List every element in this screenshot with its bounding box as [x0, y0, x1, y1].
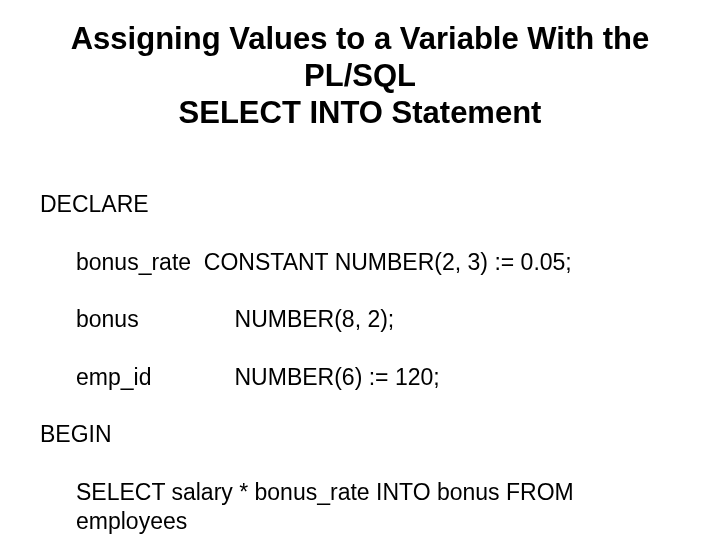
- code-line: bonus_rate CONSTANT NUMBER(2, 3) := 0.05…: [40, 248, 680, 277]
- title-line-2: SELECT INTO Statement: [179, 95, 542, 130]
- code-line: DECLARE: [40, 190, 680, 219]
- slide: Assigning Values to a Variable With the …: [0, 0, 720, 540]
- code-block: DECLARE bonus_rate CONSTANT NUMBER(2, 3)…: [40, 162, 680, 540]
- code-line: SELECT salary * bonus_rate INTO bonus FR…: [40, 478, 680, 536]
- code-line: BEGIN: [40, 420, 680, 449]
- title-line-1: Assigning Values to a Variable With the …: [71, 21, 650, 93]
- slide-title: Assigning Values to a Variable With the …: [40, 20, 680, 132]
- code-line: emp_id NUMBER(6) := 120;: [40, 363, 680, 392]
- code-line: bonus NUMBER(8, 2);: [40, 305, 680, 334]
